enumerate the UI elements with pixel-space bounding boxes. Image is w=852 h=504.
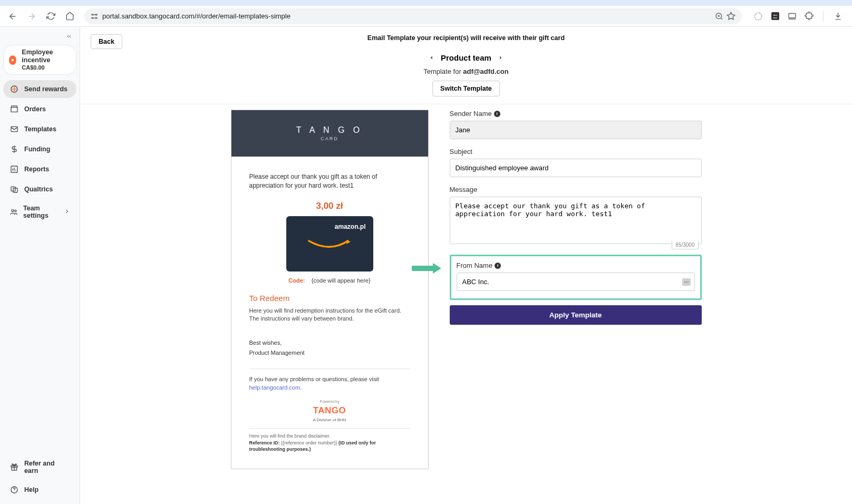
svg-rect-0 <box>92 14 94 15</box>
amazon-smile-icon <box>306 237 353 251</box>
sidebar-item-refer[interactable]: Refer and earn <box>3 455 76 479</box>
divider <box>249 369 410 369</box>
next-team-button[interactable] <box>498 53 504 62</box>
templates-icon <box>9 124 19 134</box>
signoff-2: Product Management <box>249 349 410 357</box>
sender-name-label: Sender Name i <box>450 110 702 118</box>
funding-icon <box>9 144 19 154</box>
sender-name-input[interactable] <box>450 121 702 139</box>
preview-price: 3,00 zł <box>249 200 410 212</box>
main-content: Back Email Template your recipient(s) wi… <box>80 27 852 504</box>
svg-point-13 <box>12 210 14 212</box>
svg-point-7 <box>12 59 14 61</box>
info-icon[interactable]: i <box>494 111 500 117</box>
tango-logo: T A N G O <box>296 125 363 135</box>
sidebar-item-orders[interactable]: Orders <box>3 100 76 118</box>
site-settings-icon <box>91 13 98 20</box>
send-icon <box>9 84 19 94</box>
subject-input[interactable] <box>450 159 702 177</box>
sidebar-item-reports[interactable]: Reports <box>3 160 76 178</box>
gift-icon <box>9 462 19 472</box>
sidebar-item-label: Qualtrics <box>24 186 53 193</box>
help-link[interactable]: help.tangocard.com <box>249 384 301 391</box>
annotation-arrow-icon <box>412 261 442 275</box>
svg-point-14 <box>15 210 16 212</box>
sidebar-item-funding[interactable]: Funding <box>3 140 76 158</box>
url-text: portal.sandbox.tangocard.com/#/order/ema… <box>102 12 291 20</box>
email-preview: T A N G O CARD Please accept our thank y… <box>231 110 429 469</box>
template-for-text: Template for adf@adfd.con <box>423 67 509 75</box>
from-name-highlight: From Name i <box>450 255 702 300</box>
chevron-right-icon <box>64 208 70 216</box>
back-nav-button[interactable] <box>5 9 20 24</box>
sidebar-account-pill[interactable]: Employee incentive CA$0.00 <box>3 45 76 75</box>
gift-card-image: amazon.pl <box>286 216 373 272</box>
account-balance: CA$0.00 <box>22 64 71 71</box>
browser-toolbar: portal.sandbox.tangocard.com/#/order/ema… <box>0 6 852 27</box>
device-icon[interactable] <box>787 12 797 21</box>
svg-rect-1 <box>95 14 98 15</box>
help-text: If you have any problems or questions, p… <box>249 375 410 392</box>
svg-rect-2 <box>92 17 94 18</box>
tango-footer: Powered by TANGO A Division of BHN <box>249 399 410 423</box>
back-button[interactable]: Back <box>91 34 122 49</box>
extensions-puzzle-icon[interactable] <box>804 12 814 21</box>
reports-icon <box>9 164 19 174</box>
preview-message: Please accept our thank you gift as a to… <box>249 172 410 190</box>
apply-template-button[interactable]: Apply Template <box>450 305 702 325</box>
home-button[interactable] <box>62 9 77 24</box>
preview-code-line: Code: {code will appear here} <box>249 277 410 285</box>
sidebar-item-send-rewards[interactable]: Send rewards <box>3 80 76 98</box>
gift-card-brand: amazon.pl <box>335 222 366 231</box>
tango-logo-sub: CARD <box>321 136 338 141</box>
sidebar-item-label: Templates <box>24 125 56 133</box>
subject-label: Subject <box>450 148 702 156</box>
redeem-title: To Redeem <box>249 293 410 304</box>
collapse-icon <box>65 33 73 40</box>
from-name-input[interactable] <box>457 273 695 291</box>
redeem-text: Here you will find redemption instructio… <box>249 307 410 323</box>
svg-point-5 <box>754 13 762 20</box>
account-circle-icon <box>9 55 16 65</box>
svg-rect-3 <box>95 17 98 18</box>
zoom-icon[interactable] <box>715 12 723 21</box>
sidebar-item-help[interactable]: Help <box>3 481 76 499</box>
prev-team-button[interactable] <box>429 53 434 62</box>
extension-icon-2[interactable]: ●●●●●● <box>770 12 780 21</box>
signoff-1: Best wishes, <box>249 339 410 347</box>
email-preview-header: T A N G O CARD <box>231 110 428 157</box>
team-switcher: Product team <box>429 53 504 62</box>
browser-tabs <box>0 0 852 6</box>
svg-rect-6 <box>789 14 796 18</box>
switch-template-button[interactable]: Switch Template <box>432 81 500 96</box>
sidebar-item-qualtrics[interactable]: Qualtrics <box>3 180 76 198</box>
team-icon <box>9 207 18 217</box>
sidebar-item-label: Funding <box>24 146 50 153</box>
address-bar[interactable]: portal.sandbox.tangocard.com/#/order/ema… <box>84 8 742 24</box>
sidebar: Employee incentive CA$0.00 Send rewards … <box>0 27 80 504</box>
orders-icon <box>9 104 19 114</box>
message-textarea[interactable]: Please accept our thank you gift as a to… <box>450 197 702 244</box>
bookmark-star-icon[interactable] <box>727 12 735 21</box>
sidebar-item-label: Orders <box>24 105 46 113</box>
sidebar-item-label: Refer and earn <box>24 460 70 474</box>
sidebar-collapse-button[interactable] <box>0 31 80 44</box>
sidebar-item-templates[interactable]: Templates <box>3 120 76 138</box>
help-icon <box>9 485 19 495</box>
sidebar-item-label: Reports <box>24 166 49 173</box>
page-heading: Email Template your recipient(s) will re… <box>367 34 565 42</box>
sidebar-item-team-settings[interactable]: Team settings <box>3 200 76 224</box>
input-handle-icon <box>682 278 691 286</box>
reload-button[interactable] <box>43 9 58 24</box>
qualtrics-icon <box>9 185 19 194</box>
topbar: Back Email Template your recipient(s) wi… <box>80 27 852 104</box>
char-count: 85/3000 <box>672 241 698 249</box>
sidebar-item-label: Send rewards <box>24 85 67 93</box>
from-name-label: From Name i <box>457 261 695 269</box>
forward-nav-button[interactable] <box>24 9 39 24</box>
message-label: Message <box>450 186 702 193</box>
downloads-icon[interactable] <box>833 12 843 21</box>
extension-icon-1[interactable] <box>753 12 763 21</box>
info-icon[interactable]: i <box>495 263 501 269</box>
sidebar-item-label: Help <box>24 486 38 493</box>
